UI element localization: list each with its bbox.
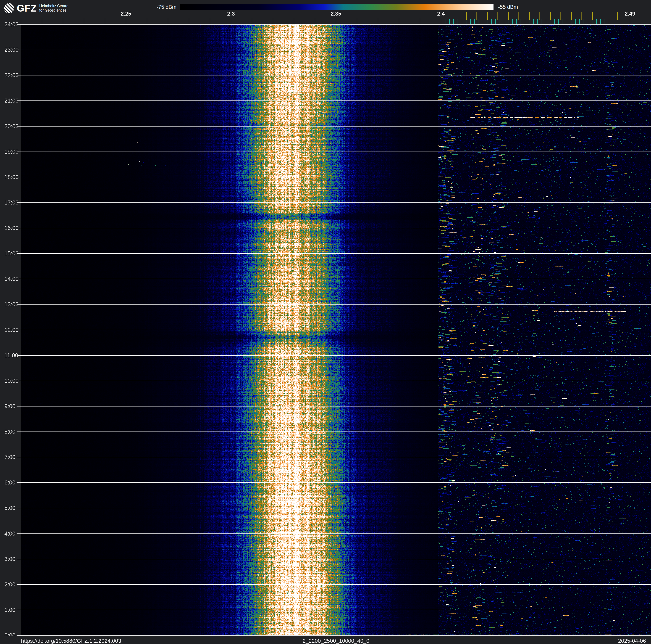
ble-channel-tick (533, 19, 534, 24)
ble-channel-tick (521, 19, 521, 24)
date-label: 2025-04-06 (618, 638, 646, 644)
ble-channel-tick (604, 19, 605, 24)
ble-channel-tick (449, 19, 450, 24)
ble-channel-tick (500, 19, 500, 24)
ble-channel-tick (546, 19, 546, 24)
hour-label: 4:00 (4, 530, 16, 537)
ble-channel-tick (567, 19, 567, 24)
freq-tick (315, 19, 315, 24)
ble-channel-tick (512, 19, 513, 24)
logo-brand: GFZ (17, 3, 37, 13)
colorbar-max-label: -55 dBm (498, 4, 518, 10)
ble-channel-tick (525, 19, 525, 24)
wifi-channel-tick (571, 12, 571, 20)
hour-label: 11:00 (4, 352, 18, 358)
logo-subtitle: Helmholtz Centre for Geosciences (39, 4, 68, 12)
hour-label: 20:00 (4, 123, 19, 129)
hour-label: 19:00 (4, 148, 19, 155)
freq-axis-label: 2.35 (321, 10, 351, 17)
freq-axis-label: 2.3 (216, 10, 246, 17)
freq-tick (105, 19, 105, 24)
ble-channel-tick (584, 19, 584, 24)
ble-channel-tick (592, 19, 592, 24)
hour-label: 9:00 (4, 403, 16, 409)
hour-label: 7:00 (4, 454, 16, 461)
hour-label: 22:00 (4, 72, 19, 79)
wifi-channel-tick (466, 12, 467, 20)
freq-tick (399, 19, 399, 24)
hour-label: 15:00 (4, 250, 19, 257)
wifi-channel-tick (539, 12, 540, 20)
hour-label: 8:00 (4, 429, 16, 435)
ble-channel-tick (478, 19, 479, 24)
hour-label: 10:00 (4, 378, 19, 384)
ble-channel-tick (554, 19, 555, 24)
wifi-channel-tick (550, 12, 551, 20)
colorbar-min-label: -75 dBm (147, 4, 177, 10)
hour-label: 1:00 (4, 607, 16, 613)
ble-channel-tick (495, 19, 496, 24)
ble-channel-tick (609, 19, 609, 24)
dataset-filename: 2_2200_2500_10000_40_0 (303, 638, 369, 644)
wifi-channel-tick (617, 12, 618, 20)
ble-channel-tick (462, 19, 462, 24)
freq-tick (63, 19, 63, 24)
ble-channel-tick (558, 19, 559, 24)
freq-tick (126, 19, 126, 24)
freq-axis-label: 2.4 (426, 10, 456, 17)
ble-channel-tick (458, 19, 458, 24)
wifi-channel-tick (592, 12, 593, 20)
ble-channel-tick (517, 19, 517, 24)
hour-label: 2:00 (4, 581, 16, 588)
ble-channel-tick (508, 19, 508, 24)
wifi-channel-tick (519, 12, 519, 20)
freq-tick (294, 19, 294, 24)
ble-channel-tick (504, 19, 504, 24)
freq-tick (84, 19, 84, 24)
hour-label: 13:00 (4, 301, 19, 308)
hour-label: 5:00 (4, 505, 16, 511)
hour-label: 24:00 (4, 21, 19, 28)
ble-channel-tick (487, 19, 488, 24)
freq-tick (630, 19, 630, 24)
ble-channel-tick (596, 19, 597, 24)
freq-tick (21, 19, 21, 24)
ble-channel-tick (466, 19, 466, 24)
freq-tick (189, 19, 189, 24)
ble-channel-tick (600, 19, 601, 24)
spectrogram-canvas (21, 24, 651, 635)
ble-channel-tick (470, 19, 471, 24)
plot-area (21, 24, 651, 635)
freq-tick (357, 19, 357, 24)
hour-label: 23:00 (4, 47, 19, 53)
freq-tick (168, 19, 168, 24)
freq-tick (252, 19, 252, 24)
hour-label: 14:00 (4, 276, 19, 282)
colorbar (180, 4, 494, 10)
hour-label: 3:00 (4, 556, 16, 562)
hour-label: 16:00 (4, 225, 19, 231)
ble-channel-tick (563, 19, 563, 24)
freq-tick (147, 19, 147, 24)
freq-tick (273, 19, 273, 24)
gfz-logo: GFZ Helmholtz Centre for Geosciences (4, 3, 68, 13)
hour-label: 6:00 (4, 479, 16, 486)
ble-channel-tick (575, 19, 576, 24)
freq-tick (336, 19, 336, 24)
ble-channel-tick (579, 19, 580, 24)
hour-label: 12:00 (4, 327, 19, 333)
wifi-channel-tick (497, 12, 498, 20)
gfz-globe-icon (4, 3, 14, 13)
freq-tick (231, 19, 231, 24)
ble-channel-tick (550, 19, 550, 24)
ble-channel-tick (588, 19, 588, 24)
wifi-channel-tick (476, 12, 477, 20)
freq-tick (210, 19, 210, 24)
wifi-channel-tick (487, 12, 488, 20)
freq-tick (378, 19, 378, 24)
ble-channel-tick (571, 19, 571, 24)
wifi-channel-tick (560, 12, 561, 20)
wifi-channel-tick (508, 12, 508, 20)
doi-link[interactable]: https://doi.org/10.5880/GFZ.1.2.2024.003 (21, 638, 121, 644)
hour-label: 18:00 (4, 174, 19, 180)
